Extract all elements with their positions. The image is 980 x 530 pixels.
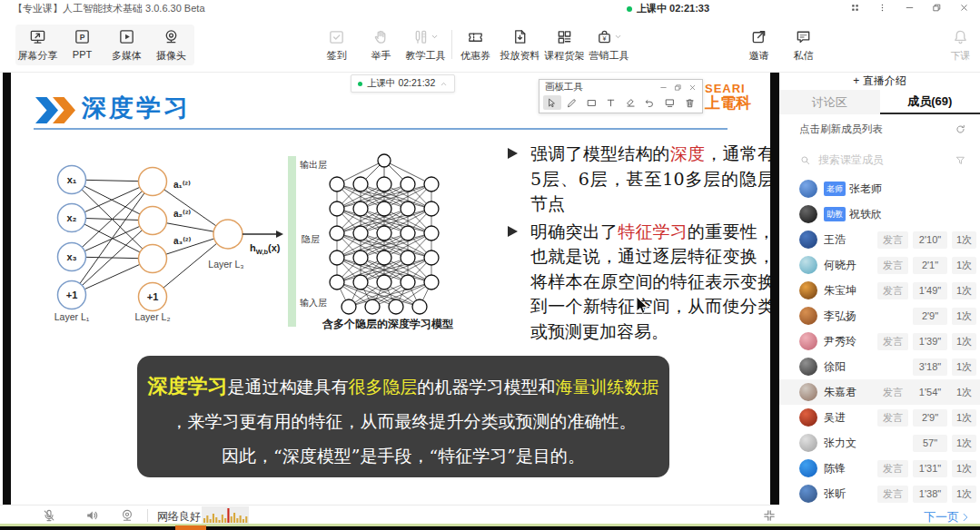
- speak-duration: 3'18": [913, 358, 947, 376]
- toolbar-button-camera[interactable]: 摄像头: [149, 26, 193, 63]
- speak-button[interactable]: 发言: [877, 231, 908, 249]
- member-name: 张力文: [824, 436, 913, 451]
- member-search-input[interactable]: [817, 152, 949, 167]
- status-text: 上课中 02:21:33: [637, 2, 709, 15]
- toolbar-button-material[interactable]: 投放资料: [498, 26, 542, 63]
- slide-bullet: 强调了模型结构的深度，通常有5层、6层，甚至10多层的隐层节点: [506, 142, 770, 217]
- more-menu-icon[interactable]: [871, 1, 893, 14]
- text-tool-button[interactable]: [602, 95, 620, 110]
- member-row[interactable]: 王浩发言2'10"1次: [779, 227, 980, 252]
- speak-duration: 1'49": [913, 282, 947, 299]
- speak-duration: 57": [913, 435, 947, 452]
- text-run: 深度学习: [148, 374, 228, 398]
- refresh-icon[interactable]: [955, 123, 966, 135]
- rect-tool-button[interactable]: [582, 95, 600, 110]
- member-stats: 发言1'54"1次: [877, 384, 976, 401]
- member-row[interactable]: 徐阳3'18"1次: [779, 354, 980, 379]
- refresh-members-row[interactable]: 点击刷新成员列表: [779, 114, 980, 143]
- member-row[interactable]: 何晓丹发言2'1"1次: [779, 252, 980, 278]
- member-row[interactable]: 陈锋发言1'31"1次: [779, 456, 980, 481]
- minimize-icon[interactable]: [898, 1, 920, 14]
- speaker-icon[interactable]: [84, 508, 99, 523]
- member-row[interactable]: 朱宝坤发言1'49"1次: [779, 278, 980, 303]
- select-tool-button[interactable]: [543, 95, 561, 110]
- avatar: [799, 231, 817, 249]
- speak-button[interactable]: 发言: [877, 486, 908, 503]
- member-row[interactable]: 吴进发言2'9"1次: [779, 405, 980, 430]
- eraser-tool-button[interactable]: [622, 95, 640, 110]
- undo-tool-button[interactable]: [641, 95, 659, 110]
- toolbar-button-screen-share[interactable]: 屏幕分享: [15, 26, 60, 63]
- speak-button[interactable]: 发言: [877, 333, 908, 350]
- palette-titlebar[interactable]: 画板工具: [539, 80, 702, 93]
- toolbar-button-checkin[interactable]: 签到: [314, 26, 359, 63]
- speak-button[interactable]: 发言: [877, 282, 908, 299]
- toolbar-group-share: 屏幕分享PPPT多媒体摄像头: [15, 26, 193, 63]
- member-row[interactable]: 张力文57"1次: [779, 430, 980, 456]
- speak-count: 1次: [952, 435, 976, 452]
- layout-grid-icon[interactable]: [844, 1, 866, 14]
- member-row[interactable]: 助教祝轶欣: [779, 201, 980, 227]
- toolbar-button-coupon[interactable]: 优惠券: [453, 26, 498, 63]
- member-row[interactable]: 尹秀玲发言1'39"1次: [779, 329, 980, 354]
- trash-tool-button[interactable]: [680, 95, 698, 110]
- pencil-tool-button[interactable]: [563, 95, 581, 110]
- avatar: [799, 332, 817, 350]
- close-icon[interactable]: [953, 1, 975, 14]
- avatar: [799, 485, 817, 503]
- avatar: [799, 459, 817, 477]
- toolbar-button-ppt[interactable]: PPPT: [60, 26, 104, 63]
- toolbar-button-shelf[interactable]: 课程货架: [542, 26, 587, 63]
- svg-text:+1: +1: [66, 290, 78, 300]
- toolbar-button-message[interactable]: 私信: [781, 26, 826, 63]
- bottom-statusbar: 网络良好: [0, 505, 779, 525]
- live-intro-button[interactable]: + 直播介绍: [779, 73, 980, 90]
- webcam-icon[interactable]: [120, 508, 134, 523]
- filter-icon[interactable]: [955, 154, 966, 166]
- toolbar-iconrow: [795, 26, 812, 47]
- sidebar-tabs: 讨论区 成员(69): [779, 90, 980, 114]
- speak-button[interactable]: 发言: [877, 409, 908, 427]
- speak-duration: 2'9": [913, 409, 947, 427]
- toolbar-iconrow: [750, 26, 767, 47]
- hidden-layer-label: 隐层: [302, 233, 320, 246]
- tab-discussion[interactable]: 讨论区: [779, 90, 880, 114]
- avatar: [799, 256, 817, 274]
- member-row[interactable]: 李弘扬2'9"1次: [779, 303, 980, 329]
- toolbar-button-raise-hand[interactable]: 举手: [359, 26, 403, 63]
- toolbar-button-media[interactable]: 多媒体: [104, 26, 149, 63]
- member-name: 徐阳: [824, 359, 913, 375]
- bullet-arrow-icon: [508, 148, 518, 159]
- palette-close-icon[interactable]: [688, 83, 697, 92]
- restore-icon[interactable]: [926, 1, 947, 14]
- avatar: [799, 434, 817, 452]
- board-tool-button[interactable]: [661, 95, 679, 110]
- speak-button[interactable]: 发言: [877, 460, 908, 477]
- toolbar-iconrow: [412, 26, 439, 47]
- member-row[interactable]: 朱嘉君发言1'54"1次: [779, 379, 980, 405]
- collapse-icon[interactable]: [762, 508, 777, 523]
- member-row[interactable]: 老师张老师: [779, 176, 980, 201]
- raise-hand-icon: [372, 28, 390, 45]
- tab-members[interactable]: 成员(69): [880, 90, 980, 114]
- toolbar-label: 签到: [327, 49, 347, 63]
- microphone-muted-icon[interactable]: [42, 508, 56, 523]
- member-row[interactable]: 张昕发言1'38"1次: [779, 481, 980, 506]
- palette-restore-icon[interactable]: [674, 83, 682, 92]
- class-timer-pill[interactable]: 上课中 02:21:32: [351, 74, 455, 93]
- member-name: 朱宝坤: [824, 283, 877, 299]
- palette-minimize-icon[interactable]: [659, 83, 668, 92]
- speak-count: 1次: [952, 308, 976, 325]
- speak-button[interactable]: 发言: [877, 257, 908, 274]
- toolbar-iconrow: [372, 26, 390, 47]
- definition-line-2: ，来学习更有用的特征，从而最终提升分类或预测的准确性。: [137, 404, 669, 438]
- svg-text:a₃⁽²⁾: a₃⁽²⁾: [173, 236, 191, 246]
- toolbar-label: 屏幕分享: [18, 49, 58, 63]
- toolbar-button-marketing[interactable]: ¥营销工具: [587, 26, 631, 63]
- speak-button[interactable]: 发言: [877, 384, 908, 401]
- refresh-members-label: 点击刷新成员列表: [799, 123, 883, 136]
- svg-text:Layer L₁: Layer L₁: [54, 311, 90, 322]
- toolbar-button-invite[interactable]: 邀请: [737, 26, 781, 63]
- toolbar-button-bell[interactable]: 下课: [938, 26, 980, 63]
- toolbar-button-teach-tools[interactable]: 教学工具: [403, 26, 448, 63]
